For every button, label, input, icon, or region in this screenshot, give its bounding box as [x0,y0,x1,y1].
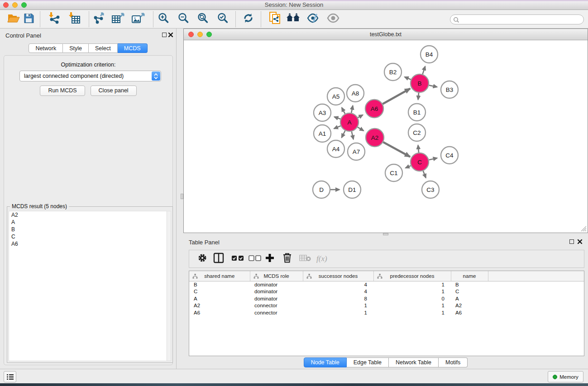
column-header-name[interactable]: name [451,271,488,281]
tab-network-table[interactable]: Network Table [389,357,439,367]
search-input[interactable] [461,15,581,24]
cell[interactable]: 1 [373,288,451,295]
run-mcds-button[interactable]: Run MCDS [40,86,85,96]
share-document-icon[interactable] [269,11,281,27]
close-table-panel-icon[interactable] [577,239,583,244]
cell[interactable]: C [189,288,250,295]
tab-select[interactable]: Select [89,43,118,53]
cell[interactable]: A [189,295,250,302]
tab-style[interactable]: Style [63,43,89,53]
edge-C-C1[interactable] [406,166,411,168]
add-icon[interactable] [265,253,274,264]
export-network-icon[interactable] [93,12,105,26]
edge-A-A1[interactable] [334,126,341,129]
edge-B-B4[interactable] [423,67,425,74]
cell[interactable]: A [451,295,488,302]
optimization-criterion-select[interactable]: largest connected component (directed) [19,71,161,81]
edge-A-A5[interactable] [342,108,345,114]
resize-grip-icon[interactable] [581,226,587,232]
result-item[interactable]: B [9,226,171,233]
edge-A-A6[interactable] [358,115,363,118]
node-D1[interactable]: D1 [344,181,361,198]
show-graphics-details-icon[interactable] [327,13,339,25]
edge-C-C3[interactable] [423,171,426,178]
zoom-selected-icon[interactable] [217,13,229,26]
export-image-icon[interactable] [131,12,145,26]
tab-network[interactable]: Network [29,43,63,53]
node-A[interactable]: A [340,113,359,131]
edge-A6-B[interactable] [382,89,410,104]
node-B[interactable]: B [411,74,429,92]
cell[interactable]: connector [250,302,303,310]
zoom-network-button[interactable] [206,32,212,37]
edge-A-A3[interactable] [334,117,340,119]
tab-mcds[interactable]: MCDS [118,43,148,53]
result-item[interactable]: C [9,233,171,240]
cell[interactable]: 1 [373,281,451,288]
edge-A2-C[interactable] [383,142,410,157]
edge-B-B2[interactable] [405,77,411,80]
cell[interactable]: 4 [303,288,373,295]
table-row[interactable]: A2connector11A2 [189,302,584,310]
minimize-window-button[interactable] [12,2,18,8]
column-header-successor-nodes[interactable]: successor nodes [303,271,373,281]
panel-splitter-handle[interactable] [181,194,183,199]
memory-button[interactable]: Memory [548,371,583,382]
delete-icon[interactable] [283,253,292,265]
cell[interactable]: connector [250,309,303,316]
import-network-icon[interactable] [48,12,61,26]
node-C3[interactable]: C3 [422,181,439,198]
node-A3[interactable]: A3 [314,104,331,121]
zoom-window-button[interactable] [21,2,27,8]
node-C4[interactable]: C4 [441,147,458,164]
cell[interactable]: 8 [303,295,373,302]
node-A1[interactable]: A1 [314,125,331,142]
close-window-button[interactable] [3,2,9,8]
column-header-shared-name[interactable]: shared name [189,271,250,281]
edge-A-A8[interactable] [351,105,353,113]
result-item[interactable]: A6 [9,240,171,248]
node-A8[interactable]: A8 [347,85,364,102]
zoom-fit-icon[interactable] [197,13,209,26]
edge-B-B1[interactable] [418,93,419,100]
search-field[interactable] [450,14,584,24]
edge-C-C4[interactable] [429,158,437,160]
refresh-icon[interactable] [243,13,254,26]
edge-C-C2[interactable] [418,145,419,152]
select-all-icon[interactable] [231,255,244,263]
table-row[interactable]: Adominator80A [189,295,584,302]
node-B2[interactable]: B2 [384,63,402,81]
open-session-icon[interactable] [7,13,20,25]
table-row[interactable]: Cdominator41C [189,288,584,295]
node-A7[interactable]: A7 [348,143,365,160]
cell[interactable]: 0 [373,295,451,302]
table-row[interactable]: Bdominator41B [189,281,584,288]
node-A5[interactable]: A5 [327,88,344,105]
node-B4[interactable]: B4 [421,46,438,63]
network-canvas[interactable]: B4B2BB3B1A5A8A6A3AA1A2A4A7C2C4CC1C3DD1 [184,40,588,233]
cell[interactable]: C [451,288,488,295]
edge-A-A4[interactable] [342,131,345,138]
cell[interactable]: A2 [451,302,488,310]
node-C[interactable]: C [411,153,429,171]
save-session-icon[interactable] [24,13,34,25]
float-table-panel-icon[interactable] [569,239,574,244]
cell[interactable]: A6 [189,309,250,316]
node-C2[interactable]: C2 [408,124,425,141]
column-settings-icon[interactable] [213,253,224,265]
cell[interactable]: B [189,281,250,288]
float-panel-icon[interactable] [162,33,167,37]
cell[interactable]: dominator [250,288,303,295]
home-icon[interactable] [286,13,301,25]
node-B3[interactable]: B3 [441,81,458,98]
cell[interactable]: dominator [250,295,303,302]
cell[interactable]: 1 [303,302,373,310]
cell[interactable]: A6 [451,309,488,316]
minimize-network-button[interactable] [197,32,203,37]
cell[interactable]: A2 [189,302,250,310]
zoom-out-icon[interactable] [178,13,189,26]
close-panel-button[interactable]: Close panel [91,86,137,96]
tab-edge-table[interactable]: Edge Table [347,357,389,367]
tab-motifs[interactable]: Motifs [439,357,468,367]
task-history-button[interactable] [4,371,16,382]
